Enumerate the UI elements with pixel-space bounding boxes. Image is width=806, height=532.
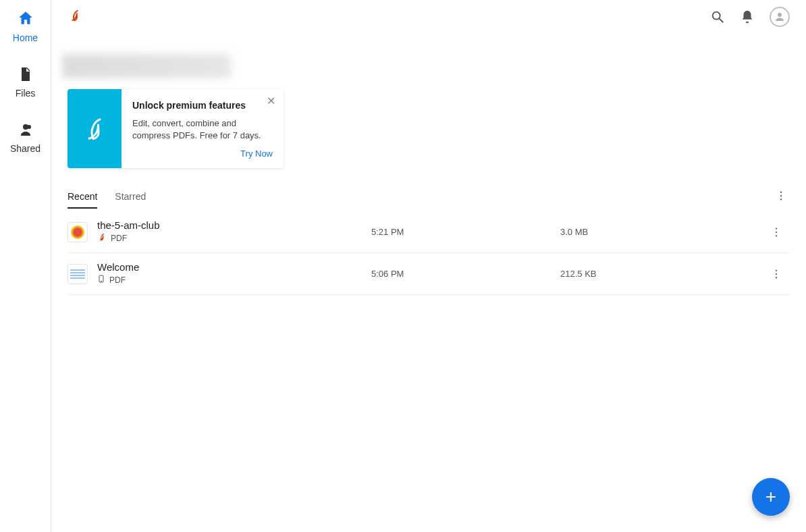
home-icon <box>17 9 34 30</box>
svg-point-8 <box>776 235 777 236</box>
svg-point-5 <box>780 198 782 200</box>
greeting-redacted <box>62 54 231 78</box>
main: Unlock premium features Edit, convert, c… <box>51 0 806 532</box>
promo-description: Edit, convert, combine and compress PDFs… <box>132 117 273 142</box>
svg-point-6 <box>776 228 777 229</box>
file-name[interactable]: Welcome <box>97 261 371 273</box>
sidebar-item-home[interactable]: Home <box>5 9 46 43</box>
svg-point-4 <box>780 195 782 196</box>
sidebar-item-files[interactable]: Files <box>5 66 46 99</box>
svg-point-3 <box>780 192 782 193</box>
topbar <box>51 0 806 34</box>
acrobat-logo-icon <box>68 8 82 26</box>
promo-title: Unlock premium features <box>132 100 273 111</box>
profile-avatar[interactable] <box>770 7 790 27</box>
tabs-overflow-menu-icon[interactable] <box>772 187 790 207</box>
tabs: Recent Starred <box>68 186 790 209</box>
row-overflow-menu-icon[interactable] <box>763 268 790 280</box>
sidebar-item-shared[interactable]: Shared <box>5 122 46 154</box>
svg-point-2 <box>778 13 782 17</box>
promo-card: Unlock premium features Edit, convert, c… <box>68 89 284 168</box>
file-thumbnail <box>68 222 88 242</box>
file-time: 5:21 PM <box>371 227 560 237</box>
file-type-label: PDF <box>111 234 127 243</box>
svg-point-13 <box>776 277 777 278</box>
pdf-icon <box>97 232 107 244</box>
file-row[interactable]: Welcome PDF 5:06 PM 212.5 KB <box>68 253 790 295</box>
promo-image <box>68 89 122 168</box>
fab-add-button[interactable]: + <box>752 478 790 516</box>
search-icon[interactable] <box>710 9 725 24</box>
people-icon <box>18 122 34 140</box>
sidebar-item-label: Home <box>13 32 38 43</box>
file-name[interactable]: the-5-am-club <box>97 219 371 231</box>
row-overflow-menu-icon[interactable] <box>763 226 790 238</box>
svg-point-0 <box>713 12 720 20</box>
close-icon[interactable]: ✕ <box>267 96 275 107</box>
bell-icon[interactable] <box>740 9 755 24</box>
file-list: the-5-am-club PDF 5:21 PM 3.0 MB <box>68 211 790 295</box>
file-size: 3.0 MB <box>560 227 763 237</box>
file-type-label: PDF <box>109 275 126 285</box>
svg-line-1 <box>720 19 724 23</box>
file-thumbnail <box>68 264 88 284</box>
sidebar-item-label: Shared <box>10 143 41 154</box>
sidebar-item-label: Files <box>16 88 36 99</box>
svg-point-11 <box>776 269 777 271</box>
device-icon <box>97 274 105 286</box>
sidebar: Home Files Shared <box>0 0 51 532</box>
file-row[interactable]: the-5-am-club PDF 5:21 PM 3.0 MB <box>68 211 790 253</box>
file-time: 5:06 PM <box>371 269 560 279</box>
content: Unlock premium features Edit, convert, c… <box>51 34 806 532</box>
plus-icon: + <box>765 486 776 508</box>
svg-point-7 <box>776 232 777 233</box>
file-icon <box>18 66 34 85</box>
promo-try-now-link[interactable]: Try Now <box>132 149 273 159</box>
svg-point-12 <box>776 273 777 275</box>
file-size: 212.5 KB <box>560 269 763 279</box>
tab-recent[interactable]: Recent <box>68 186 97 209</box>
svg-point-10 <box>101 281 102 282</box>
tab-starred[interactable]: Starred <box>115 186 146 209</box>
